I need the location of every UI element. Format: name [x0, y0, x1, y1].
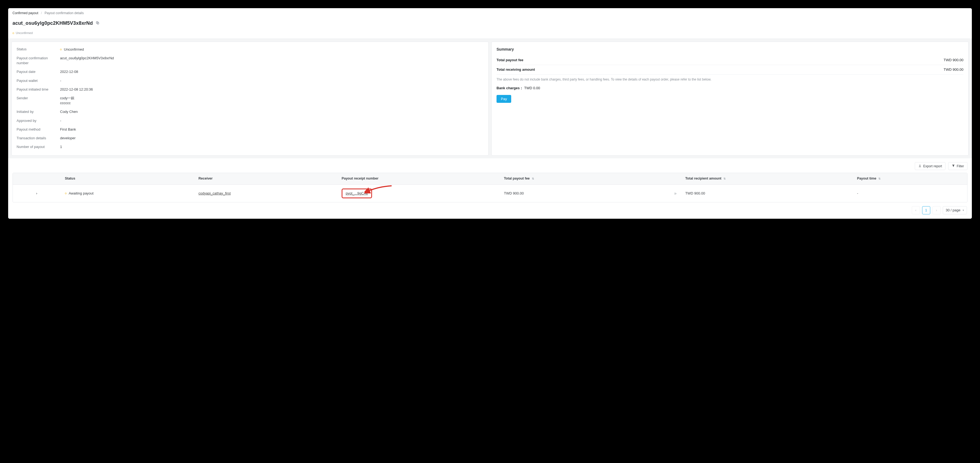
summary-recv-value: TWD 900.00: [943, 67, 963, 72]
summary-fee-label: Total payout fee: [496, 57, 523, 62]
status-dot-icon: [65, 193, 67, 194]
breadcrumb: Confirmed payout / Payout confirmation d…: [13, 11, 967, 16]
value-payout-method: First Bank: [60, 127, 484, 132]
label-confirmation-number: Payout confirmation number: [17, 56, 57, 65]
details-card: Status Unconfirmed Payout confirmation n…: [11, 42, 488, 156]
value-transaction-details: developer: [60, 136, 484, 140]
payout-table: Status Receiver Payout receipt number To…: [13, 173, 967, 203]
cell-receipt: pyot_...9gCAk: [337, 185, 500, 202]
breadcrumb-root[interactable]: Confirmed payout: [13, 11, 38, 16]
summary-recv-label: Total receiving amount: [496, 67, 535, 72]
table-toolbar: Export report Filter: [13, 162, 967, 170]
breadcrumb-current: Payout confirmation details: [45, 11, 84, 16]
export-report-button[interactable]: Export report: [915, 162, 945, 170]
header-status-text: Unconfirmed: [16, 31, 33, 35]
value-initiated-by: Cody Chen: [60, 109, 484, 114]
value-payout-wallet: -: [60, 78, 484, 83]
col-recipient[interactable]: Total recipient amount ⇅: [681, 173, 853, 185]
breadcrumb-separator: /: [41, 11, 42, 16]
value-payout-date: 2022-12-08: [60, 69, 484, 74]
per-page-select[interactable]: 30 / page ▾: [943, 206, 967, 214]
col-receipt[interactable]: Payout receipt number: [337, 173, 500, 185]
sort-icon: ⇅: [724, 177, 725, 180]
cell-recipient: TWD 900.00: [681, 185, 853, 202]
cell-status-text: Awaiting payout: [69, 191, 94, 196]
col-receiver[interactable]: Receiver: [194, 173, 337, 185]
col-recipient-label: Total recipient amount: [685, 177, 721, 180]
copy-id-button[interactable]: [95, 21, 100, 26]
status-dot-icon: [60, 49, 62, 50]
cell-time: -: [853, 185, 967, 202]
summary-bank-charges: Bank charges： TWD 0.00: [496, 86, 963, 91]
value-approved-by: -: [60, 118, 484, 123]
page-header: Confirmed payout / Payout confirmation d…: [8, 8, 972, 39]
pager-prev-button[interactable]: ‹: [912, 206, 920, 214]
status-dot-icon: [13, 32, 14, 34]
summary-bank-label: Bank charges：: [496, 86, 523, 90]
payout-table-section: Export report Filter: [8, 158, 972, 219]
sort-icon: ⇅: [532, 177, 534, 180]
value-confirmation-number: acut_osu6ylg0pc2KHM5V3x8xrNd: [60, 56, 484, 65]
table-row: › Awaiting payout codyapi_cathay_first: [13, 185, 967, 202]
pagination: ‹ 1 › 30 / page ▾: [13, 203, 967, 216]
overflow-indicator-icon: »: [674, 190, 677, 196]
filter-icon: [952, 164, 955, 168]
label-initiated-by: Initiated by: [17, 109, 57, 114]
col-expand: [13, 173, 60, 185]
expand-row-toggle[interactable]: ›: [36, 191, 37, 195]
summary-title: Summary: [496, 47, 963, 52]
value-number-of-payout: 1: [60, 144, 484, 149]
pager-page-1[interactable]: 1: [922, 206, 930, 214]
value-status: Unconfirmed: [60, 47, 484, 52]
chevron-down-icon: ▾: [963, 208, 964, 212]
header-status-tag: Unconfirmed: [13, 31, 33, 35]
cell-status: Awaiting payout: [60, 185, 194, 202]
payout-receipt-link[interactable]: pyot_...9gCAk: [342, 188, 372, 198]
filter-button[interactable]: Filter: [948, 162, 967, 170]
label-payout-wallet: Payout wallet: [17, 78, 57, 83]
col-status[interactable]: Status: [60, 173, 194, 185]
export-report-label: Export report: [923, 164, 942, 168]
value-status-text: Unconfirmed: [64, 47, 84, 52]
cell-receiver: codyapi_cathay_first: [194, 185, 337, 202]
col-fee-label: Total payout fee: [504, 177, 530, 180]
pay-button[interactable]: Pay: [496, 95, 511, 103]
summary-card: Summary Total payout fee TWD 900.00 Tota…: [492, 42, 969, 156]
summary-row-fee: Total payout fee TWD 900.00: [496, 56, 963, 65]
page-title: acut_osu6ylg0pc2KHM5V3x8xrNd: [13, 20, 93, 27]
label-approved-by: Approved by: [17, 118, 57, 123]
payout-confirmation-page: Confirmed payout / Payout confirmation d…: [8, 8, 972, 219]
col-fee[interactable]: Total payout fee ⇅: [500, 173, 681, 185]
cell-fee-text: TWD 900.00: [504, 191, 524, 195]
label-number-of-payout: Number of payout: [17, 144, 57, 149]
receiver-link[interactable]: codyapi_cathay_first: [198, 191, 231, 195]
label-sender: Sender: [17, 96, 57, 105]
summary-note: The above fees do not include bank charg…: [496, 77, 963, 82]
filter-label: Filter: [957, 164, 964, 168]
label-init-time: Payout initiated time: [17, 87, 57, 92]
cell-fee: TWD 900.00 »: [500, 185, 681, 202]
copy-icon: [95, 21, 99, 26]
summary-row-recv: Total receiving amount TWD 900.00: [496, 65, 963, 75]
value-sender: cody一銀 cccccc: [60, 96, 484, 105]
label-transaction-details: Transaction details: [17, 136, 57, 140]
value-init-time: 2022-12-08 12:20:36: [60, 87, 484, 92]
pager-next-button[interactable]: ›: [932, 206, 940, 214]
col-time-label: Payout time: [857, 177, 877, 180]
label-payout-method: Payout method: [17, 127, 57, 132]
download-icon: [918, 164, 921, 168]
col-time[interactable]: Payout time ⇅: [853, 173, 967, 185]
sort-icon: ⇅: [878, 177, 881, 180]
per-page-label: 30 / page: [946, 208, 961, 213]
label-payout-date: Payout date: [17, 69, 57, 74]
summary-bank-value: TWD 0.00: [524, 86, 540, 90]
label-status: Status: [17, 47, 57, 52]
summary-fee-value: TWD 900.00: [943, 57, 963, 62]
